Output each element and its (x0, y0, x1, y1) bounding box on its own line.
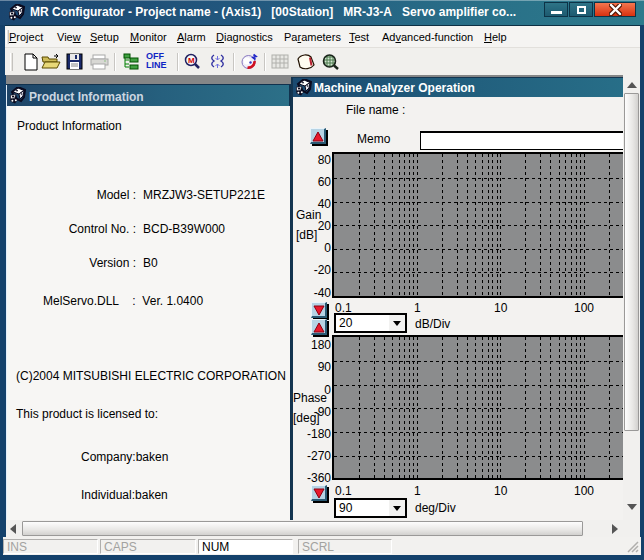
svg-text:M: M (188, 56, 195, 65)
